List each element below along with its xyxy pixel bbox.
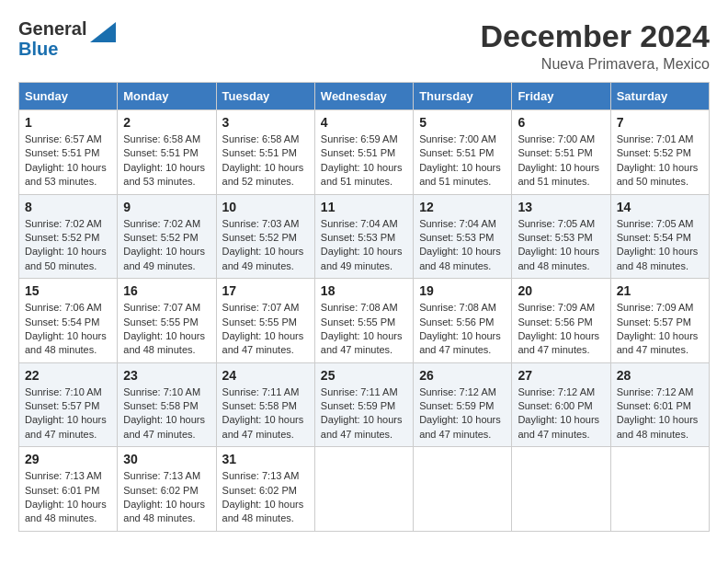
day-info: Sunrise: 7:08 AMSunset: 5:56 PMDaylight:… [419, 301, 506, 358]
day-info: Sunrise: 7:03 AMSunset: 5:52 PMDaylight:… [222, 217, 309, 274]
day-info: Sunrise: 7:11 AMSunset: 5:58 PMDaylight:… [222, 385, 309, 442]
day-header-friday: Friday [512, 83, 610, 110]
calendar-cell: 24Sunrise: 7:11 AMSunset: 5:58 PMDayligh… [216, 362, 314, 447]
day-number: 13 [518, 200, 604, 214]
calendar-cell: 2Sunrise: 6:58 AMSunset: 5:51 PMDaylight… [118, 110, 216, 195]
calendar-cell: 22Sunrise: 7:10 AMSunset: 5:57 PMDayligh… [19, 362, 118, 447]
calendar-cell [610, 447, 709, 532]
calendar-cell: 7Sunrise: 7:01 AMSunset: 5:52 PMDaylight… [610, 110, 709, 195]
day-info: Sunrise: 6:59 AMSunset: 5:51 PMDaylight:… [321, 132, 407, 190]
calendar-cell [512, 447, 610, 532]
day-number: 19 [419, 283, 506, 298]
day-info: Sunrise: 7:12 AMSunset: 6:00 PMDaylight:… [518, 385, 604, 442]
day-number: 26 [419, 368, 506, 383]
day-info: Sunrise: 6:58 AMSunset: 5:51 PMDaylight:… [222, 132, 309, 190]
day-info: Sunrise: 7:12 AMSunset: 6:01 PMDaylight:… [617, 385, 703, 442]
day-info: Sunrise: 7:00 AMSunset: 5:51 PMDaylight:… [419, 132, 506, 190]
calendar-cell: 30Sunrise: 7:13 AMSunset: 6:02 PMDayligh… [118, 447, 216, 532]
day-info: Sunrise: 7:11 AMSunset: 5:59 PMDaylight:… [321, 385, 407, 442]
month-title: December 2024 [480, 18, 710, 54]
day-number: 10 [222, 200, 309, 214]
day-info: Sunrise: 7:02 AMSunset: 5:52 PMDaylight:… [25, 217, 111, 274]
day-number: 12 [419, 200, 506, 214]
day-number: 25 [321, 368, 407, 383]
day-info: Sunrise: 7:05 AMSunset: 5:53 PMDaylight:… [518, 217, 604, 274]
calendar-cell [314, 447, 413, 532]
day-header-monday: Monday [118, 83, 216, 110]
day-number: 1 [25, 115, 111, 130]
calendar-cell: 11Sunrise: 7:04 AMSunset: 5:53 PMDayligh… [314, 194, 413, 279]
day-info: Sunrise: 7:10 AMSunset: 5:58 PMDaylight:… [123, 385, 210, 442]
day-header-sunday: Sunday [19, 83, 118, 110]
svg-marker-0 [90, 22, 116, 42]
day-number: 4 [321, 115, 407, 130]
calendar-cell: 20Sunrise: 7:09 AMSunset: 5:56 PMDayligh… [512, 279, 610, 363]
calendar-cell: 4Sunrise: 6:59 AMSunset: 5:51 PMDaylight… [314, 110, 413, 195]
day-info: Sunrise: 6:58 AMSunset: 5:51 PMDaylight:… [123, 132, 210, 190]
day-number: 22 [25, 368, 111, 383]
day-number: 7 [617, 115, 703, 130]
calendar-week-row: 8Sunrise: 7:02 AMSunset: 5:52 PMDaylight… [19, 194, 710, 279]
day-info: Sunrise: 7:13 AMSunset: 6:02 PMDaylight:… [123, 469, 210, 526]
day-number: 29 [25, 452, 111, 466]
day-info: Sunrise: 6:57 AMSunset: 5:51 PMDaylight:… [25, 132, 111, 190]
calendar-cell: 6Sunrise: 7:00 AMSunset: 5:51 PMDaylight… [512, 110, 610, 195]
day-number: 16 [123, 283, 210, 298]
calendar-cell: 19Sunrise: 7:08 AMSunset: 5:56 PMDayligh… [414, 279, 512, 363]
calendar-cell: 27Sunrise: 7:12 AMSunset: 6:00 PMDayligh… [512, 362, 610, 447]
day-number: 28 [617, 368, 703, 383]
day-info: Sunrise: 7:09 AMSunset: 5:56 PMDaylight:… [518, 301, 604, 358]
calendar-table: SundayMondayTuesdayWednesdayThursdayFrid… [18, 82, 710, 532]
day-number: 21 [617, 283, 703, 298]
day-info: Sunrise: 7:13 AMSunset: 6:01 PMDaylight:… [25, 469, 111, 526]
day-number: 24 [222, 368, 309, 383]
logo-icon [90, 22, 116, 42]
day-header-wednesday: Wednesday [314, 83, 413, 110]
day-header-saturday: Saturday [610, 83, 709, 110]
day-info: Sunrise: 7:00 AMSunset: 5:51 PMDaylight:… [518, 132, 604, 190]
calendar-cell: 31Sunrise: 7:13 AMSunset: 6:02 PMDayligh… [216, 447, 314, 532]
calendar-week-row: 29Sunrise: 7:13 AMSunset: 6:01 PMDayligh… [19, 447, 710, 532]
day-number: 31 [222, 452, 309, 466]
day-number: 30 [123, 452, 210, 466]
calendar-cell: 21Sunrise: 7:09 AMSunset: 5:57 PMDayligh… [610, 279, 709, 363]
calendar-cell: 9Sunrise: 7:02 AMSunset: 5:52 PMDaylight… [118, 194, 216, 279]
day-header-tuesday: Tuesday [216, 83, 314, 110]
day-info: Sunrise: 7:05 AMSunset: 5:54 PMDaylight:… [617, 217, 703, 274]
calendar-cell: 3Sunrise: 6:58 AMSunset: 5:51 PMDaylight… [216, 110, 314, 195]
calendar-cell: 12Sunrise: 7:04 AMSunset: 5:53 PMDayligh… [414, 194, 512, 279]
day-number: 23 [123, 368, 210, 383]
day-number: 8 [25, 200, 111, 214]
day-number: 5 [419, 115, 506, 130]
calendar-cell: 10Sunrise: 7:03 AMSunset: 5:52 PMDayligh… [216, 194, 314, 279]
calendar-cell: 25Sunrise: 7:11 AMSunset: 5:59 PMDayligh… [314, 362, 413, 447]
location-title: Nueva Primavera, Mexico [480, 56, 710, 73]
day-info: Sunrise: 7:08 AMSunset: 5:55 PMDaylight:… [321, 301, 407, 358]
day-number: 2 [123, 115, 210, 130]
day-info: Sunrise: 7:07 AMSunset: 5:55 PMDaylight:… [222, 301, 309, 358]
calendar-week-row: 15Sunrise: 7:06 AMSunset: 5:54 PMDayligh… [19, 279, 710, 363]
day-number: 3 [222, 115, 309, 130]
calendar-week-row: 22Sunrise: 7:10 AMSunset: 5:57 PMDayligh… [19, 362, 710, 447]
day-info: Sunrise: 7:04 AMSunset: 5:53 PMDaylight:… [321, 217, 407, 274]
day-number: 14 [617, 200, 703, 214]
calendar-cell: 16Sunrise: 7:07 AMSunset: 5:55 PMDayligh… [118, 279, 216, 363]
day-number: 15 [25, 283, 111, 298]
page-header: General Blue December 2024 Nueva Primave… [18, 18, 710, 73]
day-info: Sunrise: 7:07 AMSunset: 5:55 PMDaylight:… [123, 301, 210, 358]
day-info: Sunrise: 7:12 AMSunset: 5:59 PMDaylight:… [419, 385, 506, 442]
day-info: Sunrise: 7:04 AMSunset: 5:53 PMDaylight:… [419, 217, 506, 274]
title-section: December 2024 Nueva Primavera, Mexico [480, 18, 710, 73]
calendar-week-row: 1Sunrise: 6:57 AMSunset: 5:51 PMDaylight… [19, 110, 710, 195]
day-number: 27 [518, 368, 604, 383]
calendar-cell: 17Sunrise: 7:07 AMSunset: 5:55 PMDayligh… [216, 279, 314, 363]
day-number: 20 [518, 283, 604, 298]
logo-general: General [18, 18, 86, 39]
calendar-cell: 13Sunrise: 7:05 AMSunset: 5:53 PMDayligh… [512, 194, 610, 279]
calendar-cell: 8Sunrise: 7:02 AMSunset: 5:52 PMDaylight… [19, 194, 118, 279]
day-info: Sunrise: 7:02 AMSunset: 5:52 PMDaylight:… [123, 217, 210, 274]
day-number: 17 [222, 283, 309, 298]
calendar-cell: 23Sunrise: 7:10 AMSunset: 5:58 PMDayligh… [118, 362, 216, 447]
logo-blue: Blue [18, 39, 86, 59]
calendar-cell: 1Sunrise: 6:57 AMSunset: 5:51 PMDaylight… [19, 110, 118, 195]
